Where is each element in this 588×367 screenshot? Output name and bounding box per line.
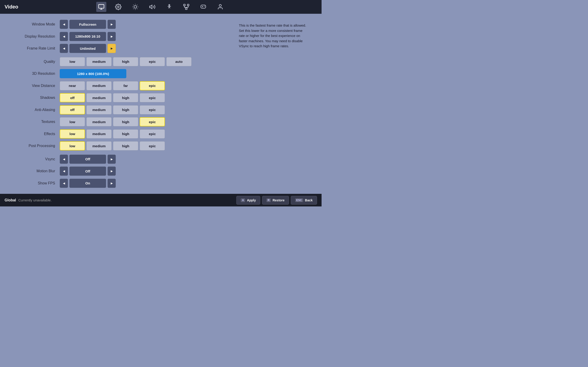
- shadows-off[interactable]: off: [60, 93, 85, 102]
- post-processing-high[interactable]: high: [113, 141, 138, 150]
- frame-rate-limit-row: Frame Rate Limit ◀ Unlimited ▶: [9, 42, 232, 55]
- svg-rect-16: [187, 4, 189, 6]
- quality-medium[interactable]: medium: [86, 57, 112, 66]
- view-distance-medium[interactable]: medium: [86, 81, 112, 90]
- anti-aliasing-medium[interactable]: medium: [86, 105, 112, 115]
- view-distance-epic[interactable]: epic: [140, 81, 165, 90]
- textures-row: Textures low medium high epic: [9, 116, 232, 128]
- svg-point-3: [118, 6, 119, 8]
- motion-blur-left[interactable]: ◀: [60, 167, 68, 176]
- show-fps-right[interactable]: ▶: [107, 179, 116, 188]
- anti-aliasing-high[interactable]: high: [113, 105, 138, 115]
- quality-epic[interactable]: epic: [140, 57, 165, 66]
- tab-accessibility[interactable]: [164, 2, 174, 12]
- motion-blur-right[interactable]: ▶: [107, 167, 116, 176]
- quality-high[interactable]: high: [113, 57, 138, 66]
- effects-medium[interactable]: medium: [86, 129, 112, 139]
- frame-rate-limit-left[interactable]: ◀: [60, 44, 68, 53]
- shadows-epic[interactable]: epic: [140, 93, 165, 102]
- window-mode-row: Window Mode ◀ Fullscreen ▶: [9, 18, 232, 31]
- shadows-medium[interactable]: medium: [86, 93, 112, 102]
- effects-row: Effects low medium high epic: [9, 128, 232, 140]
- apply-key-badge: A: [241, 198, 245, 202]
- window-mode-label: Window Mode: [9, 22, 60, 26]
- svg-rect-17: [186, 8, 187, 10]
- show-fps-left[interactable]: ◀: [60, 179, 68, 188]
- anti-aliasing-epic[interactable]: epic: [140, 105, 165, 115]
- separator-2: [9, 152, 232, 153]
- vsync-value: Off: [69, 155, 106, 164]
- display-resolution-label: Display Resolution: [9, 34, 60, 39]
- shadows-label: Shadows: [9, 96, 60, 100]
- svg-point-24: [204, 6, 204, 7]
- settings-panel: Window Mode ◀ Fullscreen ▶ Display Resol…: [9, 18, 232, 189]
- page-title: Video: [0, 4, 18, 10]
- svg-rect-15: [183, 4, 185, 6]
- motion-blur-row: Motion Blur ◀ Off ▶: [9, 165, 232, 177]
- post-processing-epic[interactable]: epic: [140, 141, 165, 150]
- show-fps-label: Show FPS: [9, 181, 60, 185]
- motion-blur-label: Motion Blur: [9, 169, 60, 173]
- post-processing-label: Post Processing: [9, 144, 60, 148]
- textures-low[interactable]: low: [60, 117, 85, 126]
- svg-point-25: [204, 6, 205, 6]
- window-mode-right[interactable]: ▶: [107, 20, 116, 29]
- svg-marker-13: [149, 5, 152, 9]
- display-resolution-left[interactable]: ◀: [60, 32, 68, 41]
- window-mode-value: Fullscreen: [69, 20, 106, 29]
- back-label: Back: [305, 198, 313, 202]
- textures-medium[interactable]: medium: [86, 117, 112, 126]
- window-mode-left[interactable]: ◀: [60, 20, 68, 29]
- quality-auto[interactable]: auto: [166, 57, 191, 66]
- tab-audio[interactable]: [147, 2, 157, 12]
- display-resolution-right[interactable]: ▶: [107, 32, 116, 41]
- tab-brightness[interactable]: [130, 2, 140, 12]
- tab-account[interactable]: [215, 2, 225, 12]
- separator-1: [9, 55, 232, 55]
- svg-line-11: [133, 8, 134, 9]
- vsync-right[interactable]: ▶: [107, 155, 116, 164]
- effects-epic[interactable]: epic: [140, 129, 165, 139]
- show-fps-row: Show FPS ◀ On ▶: [9, 177, 232, 190]
- restore-button[interactable]: R Restore: [262, 196, 289, 205]
- view-distance-near[interactable]: near: [60, 81, 85, 90]
- anti-aliasing-off[interactable]: off: [60, 105, 85, 115]
- shadows-high[interactable]: high: [113, 93, 138, 102]
- show-fps-control: ◀ On ▶: [60, 179, 116, 188]
- back-button[interactable]: ESC Back: [291, 196, 317, 205]
- svg-line-8: [137, 8, 137, 9]
- effects-buttons: low medium high epic: [60, 129, 165, 139]
- tab-network[interactable]: [181, 2, 191, 12]
- info-panel: This is the fastest frame rate that is a…: [232, 18, 312, 189]
- info-text: This is the fastest frame rate that is a…: [239, 23, 308, 49]
- view-distance-far[interactable]: far: [113, 81, 138, 90]
- tab-video[interactable]: [96, 2, 106, 12]
- tab-settings[interactable]: [113, 2, 123, 12]
- textures-buttons: low medium high epic: [60, 117, 165, 126]
- post-processing-medium[interactable]: medium: [86, 141, 112, 150]
- effects-low[interactable]: low: [60, 129, 85, 139]
- anti-aliasing-label: Anti-Aliasing: [9, 108, 60, 112]
- vsync-left[interactable]: ◀: [60, 155, 68, 164]
- apply-button[interactable]: A Apply: [236, 196, 260, 205]
- frame-rate-limit-right[interactable]: ▶: [107, 44, 116, 53]
- effects-high[interactable]: high: [113, 129, 138, 139]
- bottombar: Global Currently unavailable. A Apply R …: [0, 194, 321, 206]
- svg-point-4: [134, 6, 137, 8]
- global-label: Global: [5, 198, 16, 202]
- apply-label: Apply: [247, 198, 256, 202]
- frame-rate-limit-label: Frame Rate Limit: [9, 46, 60, 50]
- display-resolution-value: 1280x800 16:10: [69, 32, 106, 41]
- tab-controller[interactable]: [198, 2, 208, 12]
- frame-rate-limit-control: ◀ Unlimited ▶: [60, 44, 116, 53]
- view-distance-buttons: near medium far epic: [60, 81, 165, 90]
- textures-epic[interactable]: epic: [140, 117, 165, 126]
- textures-high[interactable]: high: [113, 117, 138, 126]
- shadows-buttons: off medium high epic: [60, 93, 165, 102]
- post-processing-low[interactable]: low: [60, 141, 85, 150]
- topbar-icons: [96, 2, 225, 12]
- shadows-row: Shadows off medium high epic: [9, 92, 232, 104]
- quality-low[interactable]: low: [60, 57, 85, 66]
- svg-point-14: [169, 5, 170, 6]
- vsync-control: ◀ Off ▶: [60, 155, 116, 164]
